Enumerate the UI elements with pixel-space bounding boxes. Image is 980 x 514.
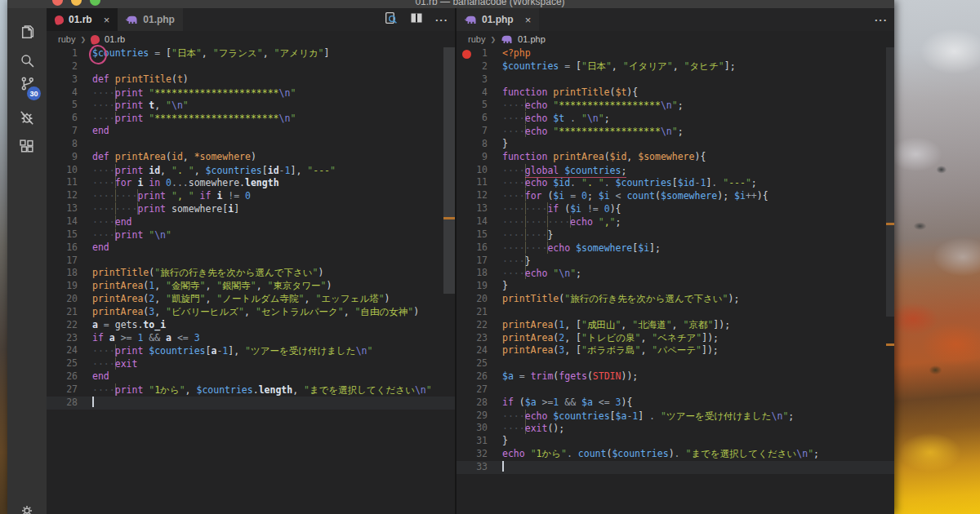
line-number[interactable]: 24 (47, 344, 78, 357)
line-number[interactable]: 25 (47, 357, 78, 370)
code-line[interactable]: 21 (457, 306, 894, 319)
close-window-button[interactable] (52, 0, 63, 6)
line-number[interactable]: 14 (47, 215, 78, 228)
code-line[interactable]: 17····} (457, 255, 894, 268)
line-number[interactable]: 27 (457, 383, 488, 397)
line-number[interactable]: 29 (457, 410, 488, 423)
line-number[interactable]: 33 (457, 461, 488, 474)
line-number[interactable]: 28 (457, 397, 488, 410)
code-line[interactable]: 26end (47, 370, 455, 383)
line-number[interactable]: 7 (47, 125, 78, 138)
code-line[interactable]: 15····print "\n" (47, 228, 455, 241)
code-line[interactable]: 33 (457, 461, 894, 474)
line-number[interactable]: 1 (47, 47, 78, 60)
code-line[interactable]: 1<?php (457, 47, 894, 60)
line-number[interactable]: 9 (47, 151, 78, 164)
code-line[interactable]: 10····print id, ". ", $countries[id-1], … (47, 164, 455, 177)
line-number[interactable]: 1 (457, 47, 488, 60)
files-icon[interactable] (17, 23, 37, 42)
code-line[interactable]: 14····end (47, 215, 455, 228)
line-number[interactable]: 21 (457, 306, 488, 319)
code-line[interactable]: 29····echo $countries[$a-1] . "ツアーを受け付けま… (457, 410, 894, 423)
code-line[interactable]: 7····echo "******************\n"; (457, 125, 894, 138)
settings-gear-icon[interactable] (17, 501, 37, 514)
line-number[interactable]: 3 (47, 73, 78, 86)
line-number[interactable]: 26 (457, 370, 488, 383)
line-number[interactable]: 21 (47, 306, 78, 319)
line-number[interactable]: 20 (47, 293, 78, 306)
extensions-icon[interactable] (17, 137, 37, 157)
code-line[interactable]: 10····global $countries; (457, 164, 894, 177)
code-line[interactable]: 14············echo ","; (457, 215, 894, 228)
close-icon[interactable]: × (104, 14, 110, 26)
line-number[interactable]: 23 (457, 332, 488, 345)
line-number[interactable]: 13 (47, 202, 78, 215)
code-line[interactable]: 32echo "1から". count($countries). "までを選択し… (457, 448, 894, 461)
code-line[interactable]: 9def printArea(id, *somewhere) (47, 151, 455, 164)
code-line[interactable]: 1$countries = ["日本", "フランス", "アメリカ"] (47, 47, 455, 60)
line-number[interactable]: 23 (47, 332, 78, 345)
zoom-window-button[interactable] (90, 0, 100, 6)
php-code-editor[interactable]: 1<?php2$countries = ["日本", "イタリア", "タヒチ"… (457, 47, 894, 514)
line-number[interactable]: 16 (47, 241, 78, 255)
code-line[interactable]: 18printTitle("旅行の行き先を次から選んで下さい") (47, 267, 455, 280)
tab-01rb[interactable]: 01.rb × (47, 8, 118, 31)
code-line[interactable]: 20printArea(2, "凱旋門", "ノートルダム寺院", "エッフェル… (47, 293, 455, 306)
line-number[interactable]: 10 (457, 164, 488, 177)
line-number[interactable]: 6 (47, 112, 78, 125)
file-search-icon[interactable] (384, 11, 398, 29)
code-line[interactable]: 7end (47, 125, 455, 138)
line-number[interactable]: 10 (47, 164, 78, 177)
code-line[interactable]: 11····echo $id. ". ". $countries[$id-1].… (457, 176, 894, 189)
line-number[interactable]: 13 (457, 202, 488, 215)
debug-icon[interactable] (17, 108, 37, 127)
line-number[interactable]: 18 (457, 267, 488, 280)
line-number[interactable]: 25 (457, 357, 488, 370)
search-icon[interactable] (17, 51, 37, 70)
code-line[interactable]: 25 (457, 357, 894, 370)
code-line[interactable]: 24····print $countries[a-1], "ツアーを受け付けまし… (47, 344, 455, 357)
tab-01php-left[interactable]: 01.php (118, 8, 184, 31)
line-number[interactable]: 16 (457, 241, 488, 255)
code-line[interactable]: 12····for ($i = 0; $i < count($somewhere… (457, 189, 894, 202)
line-number[interactable]: 11 (47, 176, 78, 189)
code-line[interactable]: 2$countries = ["日本", "イタリア", "タヒチ"]; (457, 60, 894, 73)
code-line[interactable]: 18····echo "\n"; (457, 267, 894, 280)
breadcrumb-folder[interactable]: ruby (468, 34, 485, 44)
right-scrollbar-thumb[interactable] (886, 47, 894, 317)
line-number[interactable]: 14 (457, 215, 488, 228)
code-line[interactable]: 6····print "**********************\n" (47, 112, 455, 125)
line-number[interactable]: 17 (47, 255, 78, 268)
code-line[interactable]: 4····print "**********************\n" (47, 86, 455, 100)
right-breadcrumb[interactable]: ruby ❯ 01.php (457, 31, 894, 47)
line-number[interactable]: 6 (457, 112, 488, 125)
code-line[interactable]: 31} (457, 435, 894, 448)
line-number[interactable]: 18 (47, 267, 78, 280)
code-line[interactable]: 3 (457, 73, 894, 86)
code-line[interactable]: 20printTitle("旅行の行き先を次から選んで下さい"); (457, 293, 894, 306)
line-number[interactable]: 24 (457, 344, 488, 357)
tab-01php-right[interactable]: 01.php × (457, 8, 540, 31)
line-number[interactable]: 3 (457, 73, 488, 86)
code-line[interactable]: 4function printTitle($t){ (457, 86, 894, 100)
line-number[interactable]: 26 (47, 370, 78, 383)
line-number[interactable]: 11 (457, 176, 488, 189)
line-number[interactable]: 7 (457, 125, 488, 138)
line-number[interactable]: 8 (47, 138, 78, 151)
line-number[interactable]: 31 (457, 435, 488, 448)
line-number[interactable]: 30 (457, 422, 488, 435)
line-number[interactable]: 5 (47, 99, 78, 112)
line-number[interactable]: 22 (457, 319, 488, 332)
line-number[interactable]: 27 (47, 383, 78, 397)
code-line[interactable]: 25····exit (47, 357, 455, 370)
line-number[interactable]: 19 (457, 280, 488, 293)
code-line[interactable]: 24printArea(3, ["ボラボラ島", "パペーテ"]); (457, 344, 894, 357)
line-number[interactable]: 20 (457, 293, 488, 306)
code-line[interactable]: 8 (47, 138, 455, 151)
left-breadcrumb[interactable]: ruby ❯ 01.rb (47, 31, 455, 47)
split-editor-icon[interactable] (410, 11, 423, 28)
code-line[interactable]: 11····for i in 0...somewhere.length (47, 176, 455, 189)
code-line[interactable]: 13········if ($i != 0){ (457, 202, 894, 215)
code-line[interactable]: 30····exit(); (457, 422, 894, 435)
line-number[interactable]: 12 (457, 189, 488, 202)
